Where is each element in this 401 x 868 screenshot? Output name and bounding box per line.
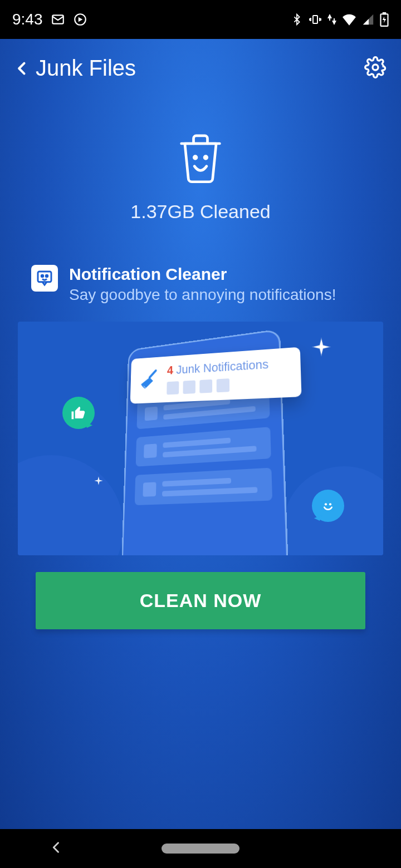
page-title: Junk Files (36, 56, 364, 81)
card-text: Notification Cleaner Say goodbye to anno… (69, 265, 336, 304)
sparkle-icon (310, 337, 333, 363)
status-left: 9:43 (12, 11, 87, 28)
list-item (136, 427, 271, 467)
app-header: Junk Files (0, 39, 401, 91)
nav-home-pill[interactable] (162, 844, 239, 854)
svg-point-11 (321, 499, 336, 514)
notification-cleaner-icon (31, 265, 58, 292)
svg-point-9 (41, 275, 43, 277)
card-title: Notification Cleaner (69, 265, 336, 284)
app-screen: Junk Files 1.37GB Cleaned Notification C… (0, 39, 401, 829)
broom-icon (139, 368, 160, 392)
svg-point-10 (46, 275, 47, 277)
thumbs-up-icon (62, 397, 95, 429)
svg-point-13 (329, 503, 331, 505)
data-icon (327, 14, 336, 25)
notif-text: 4Junk Notifications (167, 357, 269, 378)
nav-back-button[interactable] (48, 840, 64, 857)
result-text: 1.37GB Cleaned (130, 201, 270, 223)
mail-icon (51, 12, 65, 27)
bluetooth-icon (291, 13, 303, 26)
promo-card: Notification Cleaner Say goodbye to anno… (18, 262, 383, 629)
clean-now-button[interactable]: CLEAN NOW (36, 572, 365, 629)
battery-icon (380, 12, 389, 27)
svg-rect-2 (313, 16, 317, 23)
media-icon (73, 12, 87, 27)
status-time: 9:43 (12, 11, 43, 28)
svg-rect-4 (383, 13, 385, 14)
sparkle-icon (92, 475, 105, 489)
card-header: Notification Cleaner Say goodbye to anno… (18, 262, 383, 312)
smile-icon (312, 490, 344, 522)
list-item (135, 468, 272, 506)
trash-smile-icon (173, 130, 228, 188)
svg-point-5 (373, 65, 378, 70)
settings-button[interactable] (364, 56, 387, 81)
card-illustration: 4Junk Notifications (18, 322, 383, 555)
status-bar: 9:43 (0, 0, 401, 39)
vibrate-icon (309, 13, 322, 26)
signal-icon (362, 13, 374, 26)
svg-point-12 (325, 503, 327, 505)
wifi-icon (342, 13, 356, 26)
android-navbar (0, 829, 401, 868)
svg-point-7 (204, 156, 207, 159)
back-button[interactable] (14, 57, 30, 80)
card-subtitle: Say goodbye to annoying notifications! (69, 286, 336, 304)
notif-label: Junk Notifications (176, 357, 268, 377)
notif-count: 4 (167, 363, 173, 377)
result-section: 1.37GB Cleaned (0, 91, 401, 262)
decor-circle (18, 455, 124, 555)
svg-point-6 (194, 156, 197, 159)
status-right (291, 12, 389, 27)
